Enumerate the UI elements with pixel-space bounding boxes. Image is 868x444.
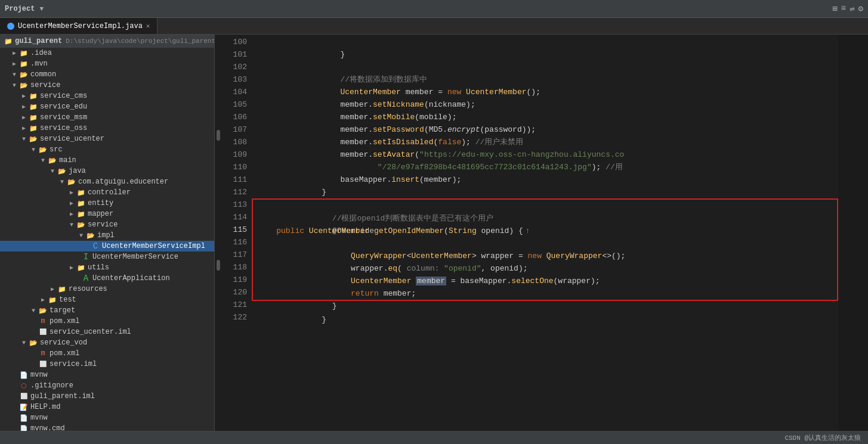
- code-line-116: QueryWrapper<UcenterMember> wrapper = ne…: [253, 237, 837, 250]
- scroll-marker-1: [217, 130, 220, 141]
- tree-label-target: target: [50, 306, 75, 315]
- folder-mapper-icon: 📁: [76, 210, 86, 218]
- tree-label-test: test: [59, 296, 76, 304]
- tree-item-resources[interactable]: ▶ 📁 resources: [0, 284, 214, 294]
- arrow-resources: ▶: [48, 285, 57, 293]
- code-editor[interactable]: } //将数据添加到数据库中 UcenterMember member = ne…: [252, 35, 838, 431]
- line-num-100: 100: [222, 36, 247, 48]
- tree-item-ucenter-app[interactable]: A UcenterApplication: [0, 273, 214, 284]
- bottom-bar: CSDN @认真生活的灰太狼: [0, 431, 868, 444]
- tree-item-mvnw-cmd[interactable]: 📄 mvnw.cmd: [0, 423, 214, 431]
- project-tree[interactable]: 📁 guli_parent D:\study\java\code\project…: [0, 35, 215, 431]
- tree-item-pom-vod[interactable]: m pom.xml: [0, 348, 214, 359]
- left-scroll-panel: [215, 35, 222, 431]
- folder-idea-icon: 📁: [19, 49, 29, 57]
- arrow-impl: ▼: [76, 232, 86, 239]
- line-num-111: 111: [222, 173, 247, 186]
- file-mvnw2-icon: 📄: [19, 414, 29, 422]
- tree-item-impl[interactable]: ▼ 📂 impl: [0, 230, 214, 241]
- arrow-target: ▼: [29, 308, 38, 314]
- tree-item-service-ucenter-iml[interactable]: ⬜ service_ucenter.iml: [0, 327, 214, 337]
- folder-src-icon: 📂: [38, 145, 48, 154]
- tree-item-common[interactable]: ▼ 📂 common: [0, 69, 214, 80]
- tree-item-src[interactable]: ▼ 📂 src: [0, 144, 214, 155]
- tree-item-mvnw[interactable]: 📄 mvnw: [0, 370, 214, 380]
- credit-text: CSDN @认真生活的灰太狼: [784, 433, 861, 442]
- tree-item-help-md[interactable]: 📝 HELP.md: [0, 402, 214, 412]
- arrow-service: ▼: [10, 82, 19, 89]
- line-num-119: 119: [222, 274, 247, 286]
- tree-item-service-msm[interactable]: ▶ 📁 service_msm: [0, 112, 214, 123]
- line-num-101: 101: [222, 48, 247, 61]
- tree-label-service-iml: service.iml: [50, 360, 97, 368]
- tree-item-service[interactable]: ▼ 📂 service: [0, 80, 214, 91]
- tree-item-service-inner[interactable]: ▼ 📂 service: [0, 219, 214, 230]
- settings-icon[interactable]: ⚙: [858, 4, 863, 14]
- tree-item-service-ucenter[interactable]: ▼ 📂 service_ucenter: [0, 133, 214, 144]
- arrow-mapper: ▶: [67, 210, 76, 218]
- layout-icon[interactable]: ⊞: [832, 4, 837, 14]
- tree-item-service-edu[interactable]: ▶ 📁 service_edu: [0, 101, 214, 112]
- iml-icon: ⬜: [38, 328, 48, 336]
- line-num-113: 113: [222, 198, 247, 211]
- tree-label-pom-ucenter: pom.xml: [50, 317, 79, 325]
- tree-label-ucenter-impl: UcenterMemberServiceImpl: [102, 242, 205, 250]
- folder-impl-icon: 📂: [86, 231, 95, 240]
- dropdown-arrow[interactable]: ▼: [39, 5, 44, 13]
- tree-item-mvnw2[interactable]: 📄 mvnw: [0, 412, 214, 423]
- tree-item-service-oss[interactable]: ▶ 📁 service_oss: [0, 123, 214, 133]
- folder-service-cms-icon: 📁: [29, 92, 38, 100]
- tree-item-guli-iml[interactable]: ⬜ guli_parent.iml: [0, 391, 214, 402]
- tree-item-entity[interactable]: ▶ 📁 entity: [0, 198, 214, 209]
- tab-close-button[interactable]: ✕: [146, 22, 150, 30]
- tree-item-idea[interactable]: ▶ 📁 .idea: [0, 48, 214, 58]
- tree-item-ucenter-service[interactable]: I UcenterMemberService: [0, 252, 214, 262]
- code-line-115: public UcenterMember getOpenIdMember(Str…: [253, 225, 837, 237]
- tree-item-main[interactable]: ▼ 📂 main: [0, 155, 214, 166]
- tree-root[interactable]: 📁 guli_parent D:\study\java\code\project…: [0, 35, 214, 48]
- root-folder-icon: 📁: [4, 37, 13, 45]
- tree-item-package[interactable]: ▼ 📂 com.atguigu.educenter: [0, 176, 214, 187]
- iml-service-icon: ⬜: [38, 360, 48, 368]
- code-line-122: [252, 313, 838, 326]
- code-line-113: //根据openid判断数据表中是否已有这个用户: [253, 200, 837, 212]
- code-line-102: //将数据添加到数据库中: [252, 61, 838, 73]
- line-num-110: 110: [222, 161, 247, 173]
- tree-item-java[interactable]: ▼ 📂 java: [0, 166, 214, 176]
- arrow-common: ▼: [10, 72, 19, 78]
- tree-item-target[interactable]: ▼ 📂 target: [0, 305, 214, 316]
- tree-item-controller[interactable]: ▶ 📁 controller: [0, 187, 214, 198]
- tree-item-mapper[interactable]: ▶ 📁 mapper: [0, 209, 214, 219]
- tree-label-resources: resources: [69, 285, 107, 293]
- tree-label-service-edu: service_edu: [40, 103, 87, 111]
- md-icon: 📝: [19, 403, 29, 411]
- tree-label-ucenter-service: UcenterMemberService: [92, 253, 178, 261]
- list-icon[interactable]: ≡: [841, 4, 846, 14]
- folder-common-icon: 📂: [19, 70, 29, 79]
- folder-utils-icon: 📁: [76, 263, 86, 272]
- sync-icon[interactable]: ⇌: [850, 4, 854, 14]
- tab-impl-file[interactable]: UcenterMemberServiceImpl.java ✕: [0, 18, 157, 34]
- file-mvnw-cmd-icon: 📄: [19, 424, 29, 431]
- line-num-122: 122: [222, 311, 247, 324]
- iml-guli-icon: ⬜: [19, 392, 29, 400]
- tree-label-service-cms: service_cms: [40, 92, 87, 100]
- tree-item-test[interactable]: ▶ 📁 test: [0, 294, 214, 305]
- line-num-102: 102: [222, 61, 247, 73]
- folder-main-icon: 📂: [48, 156, 57, 164]
- tree-item-mvn[interactable]: ▶ 📁 .mvn: [0, 58, 214, 69]
- tree-item-service-vod[interactable]: ▼ 📂 service_vod: [0, 337, 214, 348]
- line-badge: ↑: [526, 225, 530, 237]
- folder-resources-icon: 📁: [57, 285, 67, 293]
- tree-label-impl: impl: [97, 231, 115, 240]
- tree-item-service-cms[interactable]: ▶ 📁 service_cms: [0, 91, 214, 101]
- arrow-java: ▼: [48, 168, 57, 175]
- tree-item-utils[interactable]: ▶ 📁 utils: [0, 262, 214, 273]
- arrow-entity: ▶: [67, 200, 76, 207]
- line-num-117: 117: [222, 249, 247, 261]
- tree-item-pom-ucenter[interactable]: m pom.xml: [0, 316, 214, 327]
- tree-item-ucenter-impl[interactable]: C UcenterMemberServiceImpl: [0, 241, 214, 252]
- tree-item-gitignore[interactable]: ⬡ .gitignore: [0, 380, 214, 391]
- tree-item-service-iml[interactable]: ⬜ service.iml: [0, 359, 214, 370]
- code-container[interactable]: 100 101 102 103 104 105 106 107 108 109 …: [215, 35, 868, 431]
